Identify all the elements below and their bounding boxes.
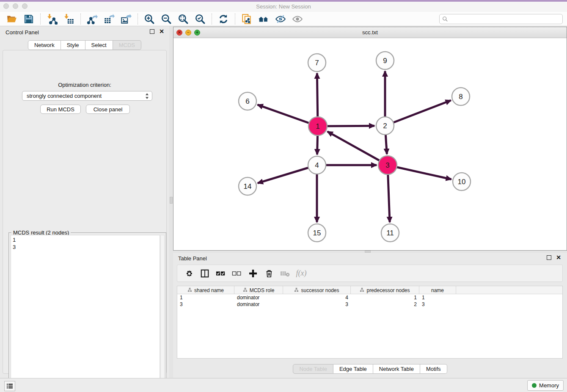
column-header-label: name (431, 287, 444, 293)
tab-style[interactable]: Style (61, 40, 85, 50)
import-network-icon[interactable] (46, 13, 58, 25)
tab-mcds[interactable]: MCDS (113, 40, 141, 50)
table-header-row: shared nameMCDS rolesuccessor nodesprede… (177, 286, 562, 294)
show-eye-icon[interactable] (291, 13, 304, 25)
export-image-icon[interactable] (120, 13, 132, 25)
optimization-criterion-label: Optimization criterion: (3, 82, 166, 88)
node-label-15: 15 (313, 229, 321, 237)
node-label-9: 9 (383, 57, 387, 65)
tab-motifs[interactable]: Motifs (420, 364, 447, 374)
column-header-successor-nodes[interactable]: successor nodes (283, 286, 351, 294)
search-input[interactable] (448, 16, 560, 22)
memory-status-dot (532, 383, 537, 388)
tab-network[interactable]: Network (28, 40, 61, 50)
table-row[interactable]: 3dominator323 (177, 301, 562, 308)
column-sort-icon (187, 287, 192, 293)
column-header-label: shared name (194, 287, 224, 293)
toolbar-separator (138, 14, 138, 25)
tab-select[interactable]: Select (85, 40, 113, 50)
node-label-14: 14 (244, 182, 252, 190)
network-canvas[interactable]: 1234678910111415 (173, 38, 567, 250)
table-cell[interactable]: dominator (234, 301, 283, 308)
save-icon[interactable] (22, 13, 35, 25)
refresh-icon[interactable] (217, 13, 230, 25)
optimization-criterion-select[interactable]: strongly connected component (22, 91, 152, 101)
selected-criterion-value: strongly connected component (27, 93, 102, 99)
neighbors-houses-icon[interactable] (257, 13, 270, 25)
table-cell[interactable]: 1 (351, 294, 419, 301)
table-cell[interactable]: 1 (419, 294, 456, 301)
node-table[interactable]: shared nameMCDS rolesuccessor nodesprede… (177, 286, 563, 359)
table-cell[interactable]: 4 (283, 294, 351, 301)
hide-eye-icon[interactable] (274, 13, 287, 25)
task-history-icon[interactable] (4, 381, 15, 391)
float-panel-icon[interactable] (150, 29, 154, 34)
mcds-result-list[interactable]: 1 3 (11, 235, 160, 391)
network-window-titlebar[interactable]: ✕ − + scc.txt (173, 27, 567, 38)
network-window-title: scc.txt (173, 29, 567, 36)
column-header-name[interactable]: name (419, 286, 456, 294)
column-header-shared-name[interactable]: shared name (177, 286, 234, 294)
column-sort-icon (243, 287, 248, 293)
run-mcds-button[interactable]: Run MCDS (40, 105, 81, 114)
node-label-3: 3 (385, 161, 389, 169)
zoom-fit-icon[interactable] (177, 13, 190, 25)
float-panel-icon[interactable] (547, 255, 551, 260)
result-scrollbar[interactable] (160, 235, 165, 391)
delete-trash-icon[interactable] (263, 267, 275, 280)
table-cell[interactable]: 3 (283, 301, 351, 308)
function-builder-icon[interactable]: f(x) (295, 267, 308, 280)
column-header-predecessor-nodes[interactable]: predecessor nodes (351, 286, 419, 294)
table-cell[interactable]: dominator (234, 294, 283, 301)
add-column-plus-icon[interactable] (247, 267, 259, 280)
tab-node-table[interactable]: Node Table (293, 364, 333, 374)
vertical-splitter[interactable] (169, 26, 173, 378)
toolbar-separator (40, 14, 41, 25)
table-settings-gear-icon[interactable] (182, 267, 195, 280)
clone-network-icon[interactable] (240, 13, 253, 25)
close-panel-button[interactable]: Close panel (86, 105, 130, 114)
node-label-8: 8 (459, 93, 462, 101)
table-row[interactable]: 1dominator411 (177, 294, 562, 301)
node-label-4: 4 (315, 161, 319, 169)
zoom-out-icon[interactable] (160, 13, 173, 25)
search-field[interactable] (439, 14, 563, 24)
deselect-all-checkboxes-icon[interactable] (231, 267, 243, 280)
control-panel: Control Panel ✕ NetworkStyleSelectMCDS O… (0, 26, 169, 378)
node-label-7: 7 (315, 59, 319, 67)
import-table-icon[interactable] (63, 13, 75, 25)
control-panel-tabs: NetworkStyleSelectMCDS (28, 40, 141, 50)
node-label-6: 6 (245, 97, 249, 105)
export-network-icon[interactable] (86, 13, 99, 25)
delete-table-icon[interactable] (279, 267, 292, 280)
column-header-label: predecessor nodes (366, 287, 410, 293)
network-view-window: ✕ − + scc.txt 1234678910111415 (173, 27, 567, 251)
open-folder-icon[interactable] (6, 13, 18, 25)
status-bar: Memory (0, 378, 567, 392)
export-table-icon[interactable] (103, 13, 116, 25)
tab-network-table[interactable]: Network Table (373, 364, 420, 374)
memory-label: Memory (539, 382, 559, 389)
edge-3-1[interactable] (328, 132, 388, 165)
column-header-MCDS-role[interactable]: MCDS role (234, 286, 283, 294)
edge-2-8[interactable] (385, 100, 451, 126)
table-cell[interactable]: 3 (177, 301, 234, 308)
table-cell[interactable]: 3 (419, 301, 456, 308)
table-cell[interactable]: 1 (177, 294, 234, 301)
toolbar-separator (212, 14, 212, 25)
node-label-10: 10 (458, 178, 466, 186)
memory-button[interactable]: Memory (527, 380, 564, 391)
node-label-11: 11 (386, 229, 394, 237)
window-title: Session: New Session (0, 3, 567, 10)
mcds-tab-content: Optimization criterion: strongly connect… (3, 50, 167, 374)
close-panel-icon[interactable]: ✕ (556, 255, 561, 260)
select-all-checkboxes-icon[interactable] (215, 267, 227, 280)
tab-edge-table[interactable]: Edge Table (333, 364, 373, 374)
splitter-grip[interactable] (170, 197, 173, 204)
table-cell[interactable]: 2 (351, 301, 419, 308)
table-panel-title: Table Panel (178, 255, 207, 262)
zoom-selected-icon[interactable] (194, 13, 206, 25)
close-panel-icon[interactable]: ✕ (159, 29, 164, 34)
show-columns-icon[interactable] (198, 267, 211, 280)
zoom-in-icon[interactable] (143, 13, 156, 25)
